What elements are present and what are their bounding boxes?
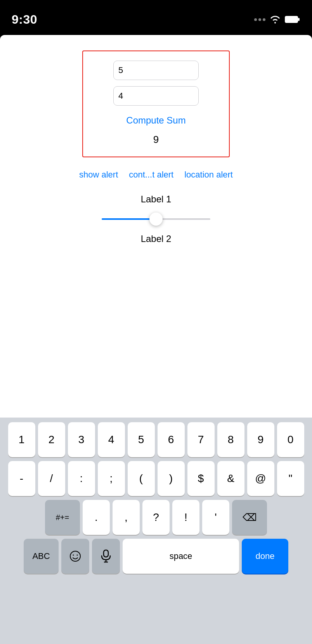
battery-icon [285,15,300,24]
key-semicolon[interactable]: ; [98,461,125,496]
key-1[interactable]: 1 [8,422,35,457]
signal-icon [254,18,265,21]
app-area: Compute Sum 9 show alert cont...t alert … [0,35,312,418]
slider-fill [102,218,156,220]
key-comma[interactable]: , [113,500,140,535]
key-0[interactable]: 0 [277,422,304,457]
key-colon[interactable]: : [68,461,95,496]
number-input-1[interactable] [113,61,199,80]
label-2: Label 2 [141,233,172,244]
key-dollar[interactable]: $ [187,461,215,496]
svg-rect-1 [298,18,300,21]
keyboard: 1 2 3 4 5 6 7 8 9 0 - / : ; ( ) $ & @ " … [0,418,312,644]
key-done[interactable]: done [242,539,288,574]
status-icons [254,15,300,24]
keyboard-row-bottom: ABC space done [2,539,310,574]
svg-rect-0 [285,16,298,23]
key-hashtag[interactable]: #+= [45,500,80,535]
backspace-key[interactable]: ⌫ [232,500,267,535]
key-7[interactable]: 7 [187,422,215,457]
alert-row: show alert cont...t alert location alert [79,170,233,180]
mic-icon [101,550,111,563]
svg-rect-5 [104,550,108,557]
key-slash[interactable]: / [38,461,65,496]
show-alert-button[interactable]: show alert [79,170,118,180]
svg-point-3 [73,555,74,556]
number-input-2[interactable] [113,86,199,106]
backspace-icon: ⌫ [243,512,257,524]
key-apostrophe[interactable]: ' [202,500,229,535]
key-5[interactable]: 5 [128,422,155,457]
key-emoji[interactable] [61,539,89,574]
compute-section: Compute Sum 9 [82,50,230,157]
key-microphone[interactable] [92,539,120,574]
wifi-icon [269,15,281,24]
slider[interactable] [102,212,210,226]
svg-point-4 [77,555,78,556]
emoji-icon [69,550,81,562]
keyboard-row-special: #+= . , ? ! ' ⌫ [2,500,310,535]
key-period[interactable]: . [83,500,110,535]
key-exclamation[interactable]: ! [172,500,199,535]
status-bar: 9:30 [0,0,312,35]
key-9[interactable]: 9 [247,422,274,457]
sum-result: 9 [153,134,159,146]
keyboard-row-numbers: 1 2 3 4 5 6 7 8 9 0 [2,422,310,457]
key-quote[interactable]: " [277,461,304,496]
compute-sum-button[interactable]: Compute Sum [123,113,189,127]
key-abc[interactable]: ABC [24,539,59,574]
slider-thumb[interactable] [149,212,163,226]
keyboard-row-symbols: - / : ; ( ) $ & @ " [2,461,310,496]
key-space[interactable]: space [123,539,239,574]
key-ampersand[interactable]: & [217,461,244,496]
cont-alert-button[interactable]: cont...t alert [129,170,173,180]
key-open-paren[interactable]: ( [128,461,155,496]
key-question[interactable]: ? [142,500,170,535]
key-at[interactable]: @ [247,461,274,496]
key-8[interactable]: 8 [217,422,244,457]
label-1: Label 1 [141,194,172,205]
key-4[interactable]: 4 [98,422,125,457]
key-close-paren[interactable]: ) [158,461,185,496]
key-3[interactable]: 3 [68,422,95,457]
svg-point-2 [70,551,80,561]
status-time: 9:30 [12,12,37,27]
location-alert-button[interactable]: location alert [184,170,233,180]
key-minus[interactable]: - [8,461,35,496]
key-2[interactable]: 2 [38,422,65,457]
key-6[interactable]: 6 [158,422,185,457]
